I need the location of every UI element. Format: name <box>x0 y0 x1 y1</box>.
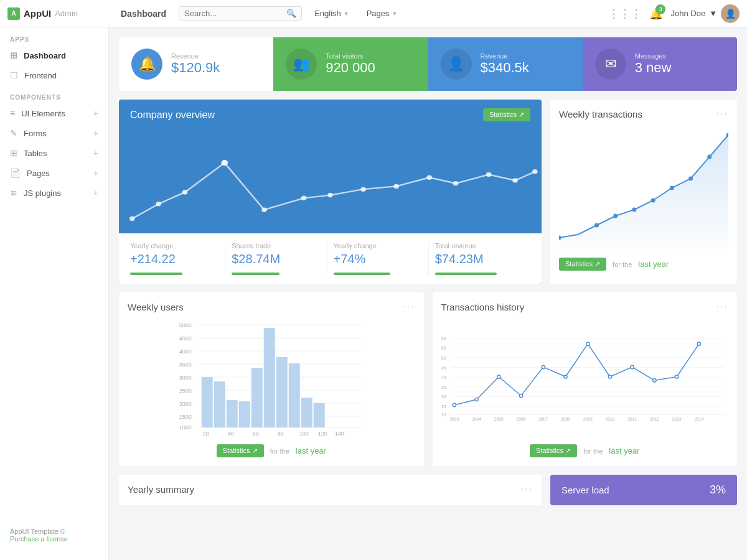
stat-value-visitors: 920 000 <box>326 60 375 76</box>
stat-value-messages: 3 new <box>635 60 672 76</box>
weekly-users-menu[interactable]: ··· <box>403 301 415 312</box>
svg-point-4 <box>261 207 266 212</box>
svg-point-3 <box>221 160 228 166</box>
company-stats-btn[interactable]: Statistics ↗ <box>483 108 530 121</box>
sidebar-label-frontend: Frontend <box>24 71 57 80</box>
notifications[interactable]: 🔔 3 <box>649 7 663 21</box>
sidebar-item-ui-elements[interactable]: ≡ UI Elements + <box>0 103 108 123</box>
stat-value-revenue: $120.9k <box>171 60 220 76</box>
weekly-link[interactable]: last year <box>638 259 669 269</box>
user-caret: ▼ <box>709 9 717 18</box>
frontend-icon: ☐ <box>10 70 18 80</box>
grid-icon[interactable]: ⋮⋮⋮ <box>608 7 642 21</box>
yearly-summary-menu[interactable]: ··· <box>521 483 533 495</box>
sidebar-item-tables[interactable]: ⊞ Tables + <box>0 143 108 163</box>
svg-point-13 <box>532 169 537 174</box>
svg-text:2007: 2007 <box>538 417 548 421</box>
sidebar-label-ui-elements: UI Elements <box>21 109 65 118</box>
company-title: Company overview <box>130 110 215 121</box>
metric-label-4: Total revenue <box>435 242 523 250</box>
metric-value-1: +214.22 <box>130 252 217 266</box>
sidebar-item-frontend[interactable]: ☐ Frontend <box>0 65 108 85</box>
svg-text:1000: 1000 <box>179 424 192 431</box>
transactions-for-text: for the <box>583 447 603 455</box>
transactions-stats-btn[interactable]: Statistics ↗ <box>530 444 577 457</box>
language-dropdown[interactable]: English ▼ <box>309 6 354 21</box>
svg-rect-48 <box>276 357 288 427</box>
svg-text:2014: 2014 <box>694 417 703 421</box>
server-load-value: 3% <box>710 483 726 497</box>
metric-label-2: Shares trade <box>232 242 319 250</box>
weekly-users-stats-btn[interactable]: Statistics ↗ <box>217 444 264 457</box>
ui-elements-icon: ≡ <box>10 108 15 118</box>
js-plugins-plus[interactable]: + <box>93 188 98 198</box>
metric-bar-4 <box>435 273 497 275</box>
footer-link[interactable]: Purchase a license <box>10 535 68 543</box>
stat-card-visitors: 👥 Total visitors 920 000 <box>273 37 428 91</box>
logo-text: AppUI <box>24 8 51 19</box>
stat-card-messages: ✉ Messages 3 new <box>583 37 737 91</box>
ui-elements-plus[interactable]: + <box>93 108 98 118</box>
svg-point-20 <box>670 186 674 190</box>
svg-text:2500: 2500 <box>179 388 192 394</box>
pages-dropdown[interactable]: Pages ▼ <box>362 6 403 21</box>
svg-text:2012: 2012 <box>649 417 659 421</box>
stat-card-revenue2: 👤 Revenue $340.5k <box>428 37 583 91</box>
middle-row: Company overview Statistics ↗ <box>119 100 737 284</box>
svg-text:4000: 4000 <box>179 348 192 355</box>
avatar: 👤 <box>721 4 740 23</box>
svg-rect-45 <box>239 401 250 427</box>
svg-point-88 <box>697 342 700 345</box>
tables-icon: ⊞ <box>10 148 17 158</box>
svg-text:120: 120 <box>318 431 327 437</box>
server-load-card: Server load 3% <box>550 475 737 505</box>
sidebar-item-js-plugins[interactable]: ≋ JS plugins + <box>0 183 108 203</box>
transactions-link[interactable]: last year <box>609 446 639 455</box>
search-wrap[interactable]: 🔍 <box>179 6 302 21</box>
weekly-users-header: Weekly users ··· <box>128 301 415 312</box>
svg-text:2006: 2006 <box>516 417 525 421</box>
weekly-transactions-menu[interactable]: ··· <box>716 108 728 119</box>
bottom-row: Weekly users ··· 5000 4500 4000 3500 300… <box>119 292 737 466</box>
stat-label-visitors: Total visitors <box>326 52 375 60</box>
transactions-history-menu[interactable]: ··· <box>716 301 728 312</box>
sidebar-item-dashboard[interactable]: ⊞ Dashboard <box>0 45 108 65</box>
forms-plus[interactable]: + <box>93 128 98 138</box>
pages-plus[interactable]: + <box>93 168 98 178</box>
sidebar-label-js-plugins: JS plugins <box>24 189 61 198</box>
sidebar-item-pages[interactable]: 📄 Pages + <box>0 163 108 183</box>
svg-rect-47 <box>264 328 275 427</box>
svg-rect-51 <box>314 403 325 427</box>
tables-plus[interactable]: + <box>93 148 98 158</box>
user-menu[interactable]: John Doe ▼ 👤 <box>670 4 740 23</box>
yearly-summary-title: Yearly summary <box>128 484 194 495</box>
stat-info-revenue2: Revenue $340.5k <box>481 52 529 76</box>
metric-value-4: $74.23M <box>435 252 523 266</box>
svg-text:3500: 3500 <box>179 362 192 368</box>
svg-rect-43 <box>214 381 225 427</box>
svg-text:2008: 2008 <box>561 417 570 421</box>
svg-text:35: 35 <box>441 385 446 390</box>
language-caret: ▼ <box>344 11 349 17</box>
weekly-users-footer: Statistics ↗ for the last year <box>128 444 415 457</box>
svg-point-17 <box>613 214 618 218</box>
svg-text:2010: 2010 <box>605 417 614 421</box>
transactions-history-title: Transactions history <box>441 302 525 312</box>
logo-sub: Admin <box>55 9 78 18</box>
page-title: Dashboard <box>121 9 166 19</box>
weekly-users-link[interactable]: last year <box>296 446 326 455</box>
weekly-stats-btn[interactable]: Statistics ↗ <box>559 258 606 271</box>
weekly-transactions-chart <box>559 126 728 250</box>
sidebar-label-forms: Forms <box>24 129 47 138</box>
sidebar: APPS ⊞ Dashboard ☐ Frontend COMPONENTS ≡… <box>0 27 109 560</box>
svg-point-6 <box>327 193 332 198</box>
svg-text:2004: 2004 <box>472 417 481 421</box>
metric-bar-1 <box>130 273 182 275</box>
svg-text:4500: 4500 <box>179 335 192 342</box>
svg-text:2011: 2011 <box>627 417 637 421</box>
weekly-transactions-footer: Statistics ↗ for the last year <box>559 258 728 271</box>
svg-text:40: 40 <box>228 431 234 437</box>
sidebar-section-components: COMPONENTS <box>0 85 108 103</box>
sidebar-item-forms[interactable]: ✎ Forms + <box>0 123 108 143</box>
search-input[interactable] <box>184 9 284 18</box>
